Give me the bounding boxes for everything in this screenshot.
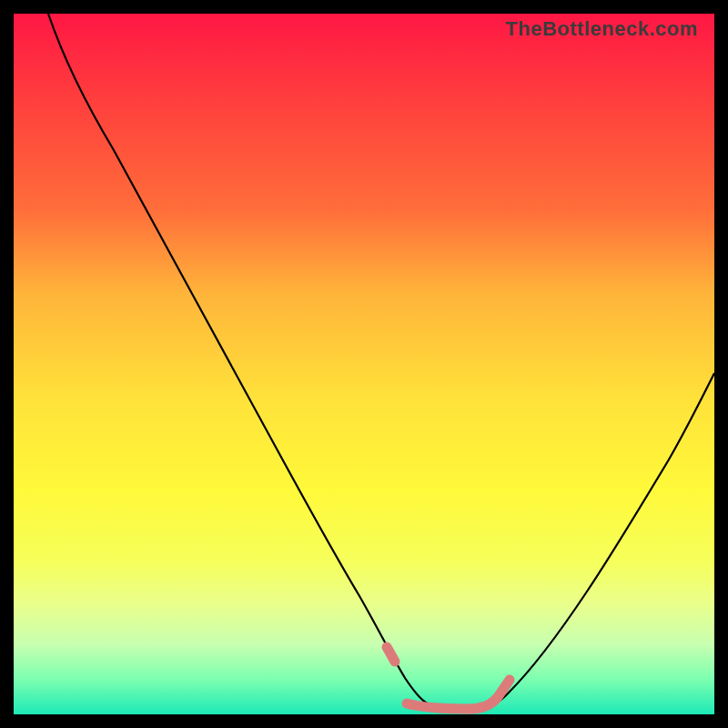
chart-svg — [14, 14, 714, 714]
curve-highlight-bottom — [407, 680, 510, 709]
chart-frame: TheBottleneck.com — [0, 0, 728, 728]
curve-highlight-left — [387, 647, 395, 662]
plot-area: TheBottleneck.com — [14, 14, 714, 714]
curve-main — [48, 14, 714, 708]
